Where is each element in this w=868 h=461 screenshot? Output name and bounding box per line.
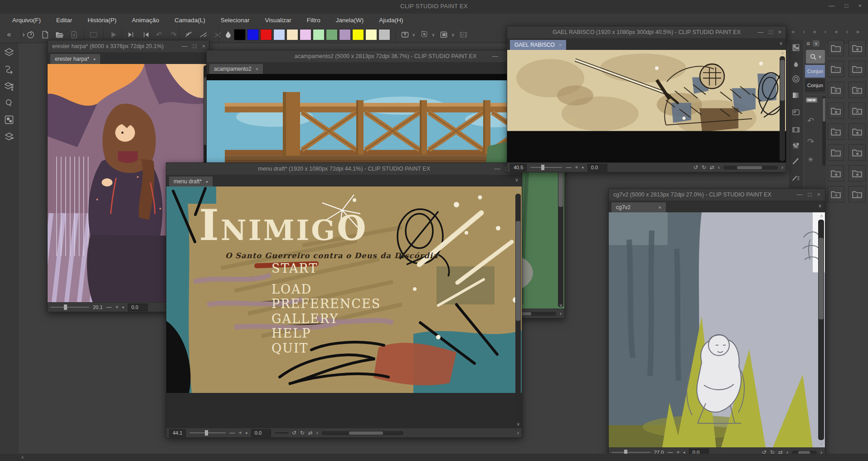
gradient-palette-icon[interactable] <box>789 87 803 103</box>
scroll-left-icon[interactable]: ‹ <box>316 430 318 436</box>
zoom-out-icon[interactable]: — <box>106 304 112 310</box>
tab-acampamento2[interactable]: acampamento2 × <box>209 64 263 74</box>
canvas-menu-draft[interactable]: INIMIGO O Santo Guerreiro contra o Deus … <box>166 186 522 428</box>
scroll-down-icon[interactable]: ∨ <box>517 422 520 427</box>
export-file-icon[interactable] <box>68 29 79 40</box>
selection-window-icon[interactable] <box>88 29 99 40</box>
material-folder-grid-button[interactable]: ∷ <box>828 40 844 56</box>
zoom-value[interactable]: 40.5 <box>510 164 527 172</box>
scroll-left-icon[interactable]: ‹ <box>718 164 720 171</box>
material-folder-download-button[interactable]: ↓ <box>849 186 866 202</box>
zoom-in-icon[interactable]: + <box>115 304 118 310</box>
window-titlebar[interactable]: GAEL RABISCO (1920 x 1080px 300dpi 40.5%… <box>507 26 786 38</box>
window-maximize-button[interactable]: □ <box>808 189 812 201</box>
color-swatch-peach[interactable] <box>286 29 298 40</box>
clip-studio-swirl-icon[interactable] <box>25 29 36 40</box>
scroll-up-icon[interactable]: ∧ <box>820 214 823 218</box>
layers-stack-tool-icon[interactable] <box>2 45 16 60</box>
panel-expand-icon[interactable]: » <box>813 28 816 35</box>
window-maximize-button[interactable]: □ <box>769 26 773 38</box>
canvas-vertical-scrollbar[interactable] <box>818 220 824 440</box>
timeline-palette-icon[interactable] <box>789 122 803 138</box>
tab-list-dropdown-icon[interactable]: ∨ <box>515 177 519 183</box>
material-folder-x-button[interactable]: × <box>828 82 844 98</box>
material-folder-x-button[interactable]: × <box>849 82 866 98</box>
canvas-display-icon[interactable] <box>439 29 450 40</box>
menu-arquivo[interactable]: Arquivo(F) <box>5 15 48 25</box>
tab-list-dropdown-icon[interactable]: ∨ <box>779 40 783 46</box>
brush-shape-palette-icon[interactable] <box>789 55 803 71</box>
mixer-sliders-palette-icon[interactable] <box>789 138 803 153</box>
timeline-film-icon[interactable] <box>458 29 469 40</box>
tab-close-icon[interactable]: × <box>659 205 661 210</box>
subtool-menu-icon[interactable]: ≡ <box>806 40 810 47</box>
new-canvas-icon[interactable] <box>39 29 50 40</box>
zoom-value[interactable]: 44.1 <box>169 429 186 437</box>
image-material-tool-icon[interactable] <box>2 113 16 127</box>
menu-selecionar[interactable]: Selecionar <box>213 15 257 25</box>
nav-box[interactable] <box>275 432 288 433</box>
zoom-in-icon[interactable]: + <box>575 164 578 171</box>
zoom-slider[interactable] <box>530 167 562 168</box>
rotation-value[interactable]: 0.0 <box>251 429 271 437</box>
redo-icon[interactable]: ↷ <box>168 29 179 40</box>
rotation-value[interactable]: 0.0 <box>587 164 607 172</box>
color-swatch-yellow[interactable] <box>352 29 364 40</box>
panel-collapse-icon[interactable]: ‹ <box>824 28 826 35</box>
snap-special-ruler-icon[interactable] <box>198 29 209 40</box>
material-folder-grid-button[interactable]: ∷ <box>828 144 844 161</box>
canvas-horizontal-scrollbar[interactable] <box>723 166 778 170</box>
zoom-out-icon[interactable]: — <box>229 430 235 436</box>
tab-cg7v2[interactable]: cg7v2 × <box>611 202 666 212</box>
window-titlebar[interactable]: menu draft* (1920 x 1080px 72dpi 44.1%) … <box>166 163 522 175</box>
rotate-cw-icon[interactable]: ↻ <box>702 164 706 171</box>
color-set-palette-icon[interactable] <box>789 40 803 55</box>
pen-palette-icon[interactable] <box>789 153 803 169</box>
menu-filtro[interactable]: Filtro <box>299 15 328 25</box>
color-swatch-black[interactable] <box>234 29 246 40</box>
zoom-subtool-button[interactable]: ∨ <box>806 50 825 64</box>
scroll-down-icon[interactable]: ∨ <box>559 303 563 308</box>
canvas-horizontal-scrollbar[interactable] <box>322 431 403 435</box>
panel-expand-icon[interactable]: » <box>856 28 859 35</box>
tab-erester-harpa[interactable]: erester harpa* ● <box>50 54 100 64</box>
dock-undo-icon[interactable]: ↶ <box>807 116 814 126</box>
curve-arrow-tool-icon[interactable] <box>2 62 16 77</box>
snap-ruler-icon[interactable] <box>183 29 194 40</box>
canvas-cg7v2[interactable]: ∧ ∨ <box>609 212 825 447</box>
subtool-item-conjun-selected[interactable]: Conjun <box>805 65 825 78</box>
window-minimize-button[interactable]: — <box>492 50 498 62</box>
rotation-value[interactable]: 0.0 <box>128 304 148 311</box>
color-wheel-palette-icon[interactable] <box>789 71 803 87</box>
window-minimize-button[interactable]: — <box>758 26 764 38</box>
zoom-slider[interactable] <box>50 307 89 308</box>
material-folder-star-button[interactable]: ★ <box>849 165 866 181</box>
rotate-ccw-icon[interactable]: ↺ <box>292 430 296 436</box>
material-folder-grid-button[interactable]: ∷ <box>849 61 866 77</box>
canvas-gael-rabisco[interactable]: ∧ <box>507 50 786 162</box>
material-folder-star-button[interactable]: ★ <box>849 144 866 161</box>
color-swatch-red[interactable] <box>260 29 272 40</box>
zoom-out-icon[interactable]: — <box>566 164 571 171</box>
dock-spinner-icon[interactable]: ✳ <box>808 156 814 164</box>
menu-animacao[interactable]: Animação <box>124 15 167 25</box>
window-minimize-button[interactable]: — <box>495 163 500 175</box>
zoom-in-icon[interactable]: + <box>238 430 242 436</box>
menu-editar[interactable]: Editar <box>48 15 80 25</box>
window-titlebar[interactable]: erester harpa* (6000 x 3376px 72dpi 20.1… <box>48 40 209 52</box>
open-file-icon[interactable] <box>54 29 65 40</box>
material-folder-star-button[interactable]: ★ <box>849 123 866 140</box>
app-maximize-button[interactable]: □ <box>845 2 849 9</box>
window-maximize-button[interactable]: □ <box>193 40 197 52</box>
app-minimize-button[interactable]: — <box>829 2 835 9</box>
app-titlebar[interactable]: CLIP STUDIO PAINT EX — □ × <box>0 0 868 14</box>
zoom-slider[interactable] <box>189 432 226 433</box>
flip-reset-icon[interactable]: ⇄ <box>308 430 313 436</box>
scroll-up-icon[interactable]: ∧ <box>517 188 520 192</box>
color-swatch-gray[interactable] <box>378 29 390 40</box>
canvas-vertical-scrollbar[interactable] <box>515 194 521 421</box>
menu-historia[interactable]: História(P) <box>80 15 124 25</box>
color-swatch-light-green[interactable] <box>313 29 325 40</box>
material-folder-star-button[interactable]: ★ <box>828 165 844 181</box>
panel-collapse-icon[interactable]: ‹ <box>846 28 848 35</box>
